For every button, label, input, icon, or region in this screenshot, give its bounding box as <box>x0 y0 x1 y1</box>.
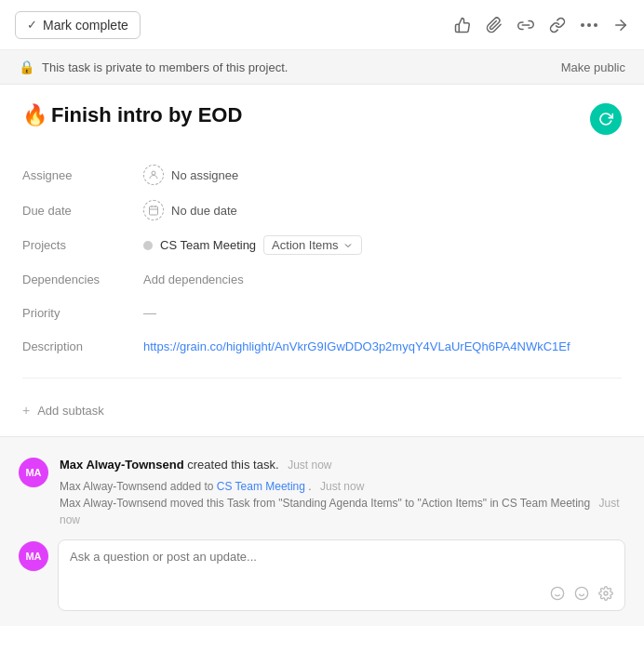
due-date-value[interactable]: No due date <box>143 200 237 220</box>
projects-label: Projects <box>22 238 143 252</box>
assignee-icon <box>143 165 164 185</box>
activity-content: Max Alway-Townsend created this task. Ju… <box>60 456 625 528</box>
make-public-button[interactable]: Make public <box>561 60 625 74</box>
svg-point-1 <box>587 23 591 27</box>
add-subtask-label: Add subtask <box>37 404 104 418</box>
attachment-icon[interactable] <box>486 17 503 33</box>
assignee-value[interactable]: No assignee <box>143 165 238 185</box>
smiley-icon[interactable] <box>574 586 589 601</box>
plus-icon: + <box>22 403 30 418</box>
added-link[interactable]: CS Team Meeting <box>217 480 305 493</box>
action-items-tag[interactable]: Action Items <box>263 235 362 255</box>
description-link[interactable]: https://grain.co/highlight/AnVkrG9IGwDDO… <box>143 339 570 353</box>
dependencies-value: Add dependencies <box>143 273 244 286</box>
title-row: 🔥 Finish intro by EOD <box>22 103 622 135</box>
assignee-text: No assignee <box>171 168 238 182</box>
dependencies-label: Dependencies <box>22 273 143 286</box>
svg-point-9 <box>551 587 563 599</box>
privacy-banner-left: 🔒 This task is private to members of thi… <box>19 60 288 74</box>
comment-icons <box>70 586 613 601</box>
dependencies-row: Dependencies Add dependencies <box>22 262 622 296</box>
lock-icon: 🔒 <box>19 60 34 74</box>
svg-point-2 <box>594 23 597 27</box>
description-value: https://grain.co/highlight/AnVkrG9IGwDDO… <box>143 339 570 353</box>
more-options-icon[interactable] <box>581 23 597 27</box>
moved-action: moved this Task from "Standing Agenda It… <box>170 497 590 510</box>
svg-point-0 <box>581 23 584 27</box>
creator-name: Max Alway-Townsend <box>60 458 184 472</box>
toolbar-right <box>454 17 629 33</box>
toolbar: ✓ Mark complete <box>0 0 644 50</box>
created-time: Just now <box>288 459 331 472</box>
navigate-right-icon[interactable] <box>612 17 629 33</box>
comment-row: MA <box>19 539 625 611</box>
activity-detail: Max Alway-Townsend added to CS Team Meet… <box>60 478 625 528</box>
description-row: Description https://grain.co/highlight/A… <box>22 329 622 363</box>
mark-complete-label: Mark complete <box>43 18 128 33</box>
refresh-button[interactable] <box>590 103 622 135</box>
mark-complete-button[interactable]: ✓ Mark complete <box>15 11 141 39</box>
description-label: Description <box>22 339 143 353</box>
divider <box>22 378 622 379</box>
thumbs-up-icon[interactable] <box>454 17 471 33</box>
add-subtask-row[interactable]: + Add subtask <box>22 393 622 436</box>
svg-point-15 <box>604 592 608 595</box>
projects-row: Projects CS Team Meeting Action Items <box>22 228 622 262</box>
due-date-row: Due date No due date <box>22 193 622 228</box>
activity-section: MA Max Alway-Townsend created this task.… <box>0 436 644 626</box>
avatar: MA <box>19 458 48 487</box>
activity-item-created: MA Max Alway-Townsend created this task.… <box>19 456 625 528</box>
comment-avatar: MA <box>19 541 48 571</box>
priority-dash: — <box>143 305 156 320</box>
action-items-label: Action Items <box>272 238 339 252</box>
emoji-face-icon[interactable] <box>550 586 565 601</box>
priority-row: Priority — <box>22 296 622 329</box>
svg-rect-5 <box>150 206 158 215</box>
projects-value: CS Team Meeting Action Items <box>143 235 362 255</box>
assignee-row: Assignee No assignee <box>22 157 622 193</box>
creator-name-detail: Max Alway-Townsend <box>60 480 167 493</box>
assignee-label: Assignee <box>22 168 143 182</box>
task-emoji: 🔥 <box>22 103 47 127</box>
settings-icon[interactable] <box>598 586 613 601</box>
task-title: 🔥 Finish intro by EOD <box>22 103 242 127</box>
svg-point-4 <box>152 171 155 175</box>
link-icon[interactable] <box>549 17 566 33</box>
checkmark-icon: ✓ <box>27 18 37 32</box>
due-date-label: Due date <box>22 204 143 218</box>
activity-created-text: Max Alway-Townsend created this task. Ju… <box>60 456 625 474</box>
creator-name-moved: Max Alway-Townsend <box>60 497 167 510</box>
added-text: added to <box>170 480 217 493</box>
add-dependencies-button[interactable]: Add dependencies <box>143 273 244 286</box>
priority-label: Priority <box>22 306 143 320</box>
priority-value[interactable]: — <box>143 305 156 320</box>
comment-box[interactable] <box>58 539 625 611</box>
fields-section: Assignee No assignee Due date No due dat… <box>22 157 622 363</box>
due-date-text: No due date <box>171 204 237 218</box>
project-dot <box>143 241 153 250</box>
project-name[interactable]: CS Team Meeting <box>160 238 256 252</box>
comment-input[interactable] <box>70 550 613 578</box>
privacy-message: This task is private to members of this … <box>42 60 288 74</box>
main-content: 🔥 Finish intro by EOD Assignee No assign… <box>0 85 644 436</box>
copy-link-icon[interactable] <box>517 17 534 33</box>
privacy-banner: 🔒 This task is private to members of thi… <box>0 50 644 85</box>
created-action: created this task. <box>187 458 278 472</box>
toolbar-left: ✓ Mark complete <box>15 11 141 39</box>
svg-point-12 <box>575 587 587 599</box>
date-icon <box>143 200 164 220</box>
task-title-text[interactable]: Finish intro by EOD <box>51 103 242 127</box>
added-time: Just now <box>320 480 364 493</box>
added-period: . <box>308 480 311 493</box>
